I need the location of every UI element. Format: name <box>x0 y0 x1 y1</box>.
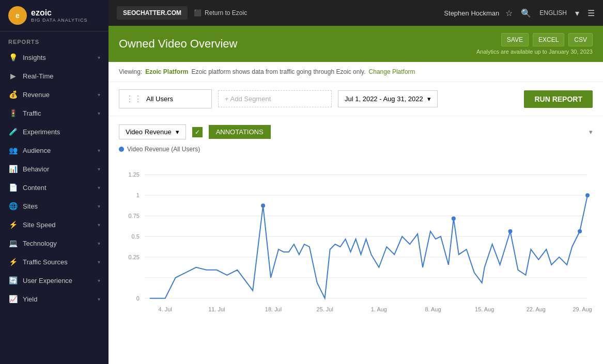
date-range-value: Jul 1, 2022 - Aug 31, 2022 <box>345 95 423 103</box>
run-report-button[interactable]: RUN REPORT <box>524 90 593 108</box>
viewing-label: Viewing: <box>119 68 142 75</box>
insights-icon: 💡 <box>8 53 18 61</box>
sidebar-item-revenue[interactable]: 💰 Revenue ▾ <box>0 85 109 104</box>
sidebar-item-technology[interactable]: 💻 Technology ▾ <box>0 234 109 252</box>
svg-text:0.5: 0.5 <box>132 233 140 240</box>
excel-button[interactable]: EXCEL <box>533 33 564 46</box>
chevron-icon: ▾ <box>98 222 100 228</box>
sidebar-item-audience[interactable]: 👥 Audience ▾ <box>0 141 109 160</box>
content-icon: 📄 <box>8 183 18 192</box>
svg-point-25 <box>578 229 582 233</box>
sidebar-item-label: Revenue <box>23 91 50 99</box>
sidebar-item-label: Site Speed <box>23 221 56 229</box>
header-actions: SAVE EXCEL CSV <box>501 33 593 46</box>
svg-point-26 <box>585 193 590 197</box>
sidebar-item-experiments[interactable]: 🧪 Experiments <box>0 122 109 141</box>
segment-selector[interactable]: ⋮⋮ All Users <box>119 89 212 108</box>
sites-icon: 🌐 <box>8 202 18 210</box>
chevron-icon: ▾ <box>98 55 100 60</box>
svg-text:0: 0 <box>136 295 140 302</box>
sidebar-item-label: Real-Time <box>23 72 53 80</box>
chevron-down-icon[interactable]: ▾ <box>575 8 579 18</box>
sidebar-item-label: User Experience <box>23 277 72 284</box>
chevron-icon: ▾ <box>98 278 100 283</box>
chevron-icon: ▾ <box>98 166 100 172</box>
logo-name: ezoic <box>31 8 88 18</box>
reports-label: REPORTS <box>0 31 109 48</box>
sidebar-item-traffic[interactable]: 🚦 Traffic ▾ <box>0 104 109 122</box>
sidebar-item-content[interactable]: 📄 Content ▾ <box>0 178 109 197</box>
content-area: Viewing: Ezoic Platform Ezoic platform s… <box>109 62 603 364</box>
svg-text:11. Jul: 11. Jul <box>208 306 225 312</box>
revenue-icon: 💰 <box>8 90 18 99</box>
language-selector[interactable]: ENGLISH <box>539 9 567 17</box>
experiments-icon: 🧪 <box>8 128 18 136</box>
return-icon: ⬛ <box>194 9 202 17</box>
menu-icon[interactable]: ☰ <box>587 8 595 18</box>
yield-icon: 📈 <box>8 295 18 303</box>
sidebar-item-label: Content <box>23 184 47 192</box>
legend-label: Video Revenue (All Users) <box>127 146 200 153</box>
traffic-sources-icon: ⚡ <box>8 258 18 266</box>
sidebar-item-sites[interactable]: 🌐 Sites ▾ <box>0 197 109 215</box>
sidebar-item-traffic-sources[interactable]: ⚡ Traffic Sources ▾ <box>0 252 109 271</box>
topbar: SEOCHATTER.COM ⬛ Return to Ezoic Stephen… <box>109 0 603 26</box>
header-right: SAVE EXCEL CSV Analytics are available u… <box>476 33 593 55</box>
chevron-icon: ▾ <box>98 241 100 246</box>
svg-point-24 <box>508 229 513 233</box>
sidebar: e ezoic BIG DATA ANALYTICS REPORTS 💡 Ins… <box>0 0 109 364</box>
star-icon[interactable]: ☆ <box>505 8 513 18</box>
metric-dropdown[interactable]: Video Revenue ▾ <box>119 124 186 139</box>
chevron-icon: ▾ <box>98 148 100 153</box>
chart-section: Video Revenue ▾ ✓ ANNOTATIONS ▾ Video Re… <box>109 116 603 333</box>
svg-text:0.25: 0.25 <box>129 254 140 260</box>
sidebar-item-insights[interactable]: 💡 Insights ▾ <box>0 48 109 67</box>
date-range-picker[interactable]: Jul 1, 2022 - Aug 31, 2022 ▾ <box>338 90 438 107</box>
audience-icon: 👥 <box>8 146 18 154</box>
logo-icon: e <box>8 6 27 25</box>
topbar-actions: ☆ 🔍 ENGLISH ▾ ☰ <box>505 8 595 18</box>
page-header: Owned Video Overview SAVE EXCEL CSV Anal… <box>109 26 603 62</box>
sidebar-item-realtime[interactable]: ▶ Real-Time <box>0 67 109 85</box>
logo-sub: BIG DATA ANALYTICS <box>31 18 88 23</box>
analytics-note: Analytics are available up to January 30… <box>476 49 593 55</box>
svg-point-22 <box>261 203 265 208</box>
chevron-icon: ▾ <box>98 259 100 265</box>
svg-point-23 <box>452 216 456 220</box>
behavior-icon: 📊 <box>8 165 18 173</box>
svg-text:4. Jul: 4. Jul <box>159 306 172 312</box>
sidebar-item-yield[interactable]: 📈 Yield ▾ <box>0 290 109 308</box>
sidebar-item-behavior[interactable]: 📊 Behavior ▾ <box>0 160 109 178</box>
site-speed-icon: ⚡ <box>8 220 18 229</box>
viewing-description: Ezoic platform shows data from traffic g… <box>192 68 366 75</box>
sidebar-item-label: Behavior <box>23 165 49 173</box>
svg-text:15. Aug: 15. Aug <box>475 306 494 312</box>
sidebar-item-label: Audience <box>23 147 51 154</box>
sidebar-item-site-speed[interactable]: ⚡ Site Speed ▾ <box>0 215 109 234</box>
svg-text:1: 1 <box>136 192 140 198</box>
csv-button[interactable]: CSV <box>568 33 593 46</box>
svg-text:8. Aug: 8. Aug <box>425 306 441 312</box>
add-segment-button[interactable]: + Add Segment <box>218 90 332 107</box>
chevron-icon: ▾ <box>98 110 100 116</box>
sidebar-item-label: Technology <box>23 240 57 247</box>
annotations-label: ANNOTATIONS <box>216 128 264 136</box>
sidebar-item-user-experience[interactable]: 🔄 User Experience ▾ <box>0 271 109 290</box>
chevron-down-icon: ▾ <box>176 128 179 136</box>
realtime-icon: ▶ <box>8 72 18 80</box>
site-name[interactable]: SEOCHATTER.COM <box>117 6 188 20</box>
metric-label: Video Revenue <box>126 128 172 136</box>
annotations-checkbox[interactable]: ✓ <box>192 127 203 137</box>
viewing-bar: Viewing: Ezoic Platform Ezoic platform s… <box>109 62 603 82</box>
sidebar-item-label: Yield <box>23 295 37 303</box>
search-icon[interactable]: 🔍 <box>521 8 531 18</box>
svg-text:18. Jul: 18. Jul <box>265 306 282 312</box>
return-to-ezoic[interactable]: ⬛ Return to Ezoic <box>194 9 247 17</box>
svg-text:25. Jul: 25. Jul <box>317 306 333 312</box>
change-platform-link[interactable]: Change Platform <box>369 68 415 75</box>
expand-icon[interactable]: ▾ <box>589 128 593 136</box>
save-button[interactable]: SAVE <box>501 33 529 46</box>
annotations-button[interactable]: ANNOTATIONS <box>209 125 271 139</box>
segment-label: All Users <box>146 95 173 103</box>
chevron-down-icon: ▾ <box>427 95 431 103</box>
